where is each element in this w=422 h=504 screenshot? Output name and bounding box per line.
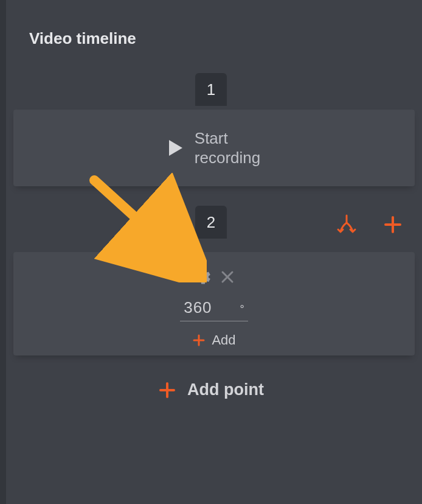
add-rotation-label: Add [212,332,235,348]
play-icon [168,139,184,157]
add-point-label: Add point [187,380,264,399]
rotation-unit-label: ° [240,303,244,316]
plus-icon[interactable] [383,215,403,234]
svg-line-8 [94,180,184,261]
gear-icon[interactable] [194,268,212,289]
add-rotation-button[interactable]: Add [13,332,415,348]
rotation-value-input[interactable]: 360 [184,298,212,317]
start-recording-card[interactable]: Start recording [13,110,415,186]
plus-small-icon [192,334,206,347]
close-icon[interactable] [221,270,234,286]
timeline-panel: Video timeline 1 Start recording 2 [0,0,422,504]
split-icon[interactable] [336,213,358,236]
section-title: Video timeline [6,0,422,48]
plus-big-icon [158,381,176,399]
step-tab-1[interactable]: 1 [195,73,227,106]
start-recording-label: Start recording [195,128,260,168]
input-underline [180,321,248,321]
add-point-button[interactable]: Add point [0,380,422,399]
step-2-actions [336,213,403,236]
rotation-value-row: 360 ° [13,298,415,317]
step-tab-2[interactable]: 2 [195,206,227,239]
rotation-card: 360 ° Add [13,252,415,355]
